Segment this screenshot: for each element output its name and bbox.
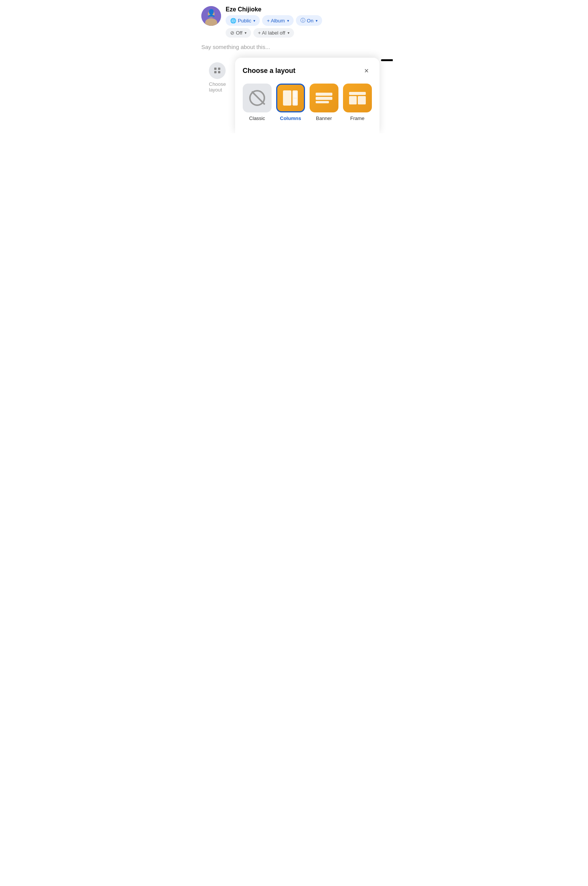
- close-icon: ×: [364, 66, 369, 75]
- layout-option-columns[interactable]: Columns: [276, 84, 305, 121]
- banner-icon: [316, 93, 332, 103]
- home-indicator: [381, 55, 393, 133]
- user-name: Eze Chijioke: [226, 6, 322, 13]
- avatar-image: 👤: [201, 6, 221, 26]
- home-bar: [381, 59, 393, 61]
- layout-option-classic[interactable]: Classic: [243, 84, 272, 121]
- layout-option-frame[interactable]: Frame: [343, 84, 372, 121]
- chevron-down-icon: ▾: [287, 19, 289, 23]
- album-pill[interactable]: + Album ▾: [262, 15, 293, 26]
- close-button[interactable]: ×: [361, 65, 372, 76]
- classic-icon: [249, 90, 265, 106]
- ai-label-pill[interactable]: + AI label off ▾: [253, 28, 294, 38]
- chevron-down-icon: ▾: [288, 31, 289, 35]
- pills-row-2: ⊘ Off ▾ + AI label off ▾: [226, 28, 322, 38]
- chevron-down-icon: ▾: [316, 19, 318, 23]
- user-info: Eze Chijioke 🌐 Public ▾ + Album ▾ ⓘ On ▾…: [226, 6, 322, 38]
- layout-classic-box: [243, 84, 272, 112]
- sheet-header: Choose a layout ×: [243, 65, 372, 76]
- layout-banner-box: [310, 84, 338, 112]
- circle-off-icon: ⊘: [230, 30, 234, 36]
- layout-frame-box: [343, 84, 372, 112]
- chevron-down-icon: ▾: [253, 19, 255, 23]
- info-icon: ⓘ: [300, 17, 305, 24]
- grid-icon: [214, 68, 220, 74]
- layout-options: Classic Columns: [243, 84, 372, 121]
- layout-banner-label: Banner: [316, 115, 332, 121]
- choose-layout-button[interactable]: [209, 62, 226, 79]
- layout-option-banner[interactable]: Banner: [310, 84, 338, 121]
- layout-columns-box: [276, 84, 305, 112]
- columns-icon: [283, 90, 298, 106]
- sheet-title: Choose a layout: [243, 67, 296, 75]
- public-pill[interactable]: 🌐 Public ▾: [226, 15, 260, 26]
- layout-frame-label: Frame: [350, 115, 365, 121]
- on-pill[interactable]: ⓘ On ▾: [296, 15, 322, 26]
- globe-icon: 🌐: [230, 18, 236, 24]
- post-header: 👤 Eze Chijioke 🌐 Public ▾ + Album ▾ ⓘ On…: [195, 0, 393, 41]
- off-pill[interactable]: ⊘ Off ▾: [226, 28, 251, 38]
- layout-columns-label: Columns: [280, 115, 301, 121]
- caption-area[interactable]: Say something about this...: [195, 41, 393, 55]
- choose-layout-area: Choose layout: [203, 55, 232, 133]
- pills-row-1: 🌐 Public ▾ + Album ▾ ⓘ On ▾: [226, 15, 322, 26]
- svg-text:👤: 👤: [207, 9, 216, 17]
- frame-icon: [349, 92, 366, 104]
- layout-classic-label: Classic: [249, 115, 265, 121]
- bottom-sheet: Choose a layout × Classic: [235, 58, 379, 133]
- choose-layout-label: Choose layout: [209, 81, 226, 93]
- photo-grid: ✏️ Edit (3): [195, 55, 393, 133]
- avatar: 👤: [201, 6, 221, 26]
- chevron-down-icon: ▾: [245, 31, 247, 35]
